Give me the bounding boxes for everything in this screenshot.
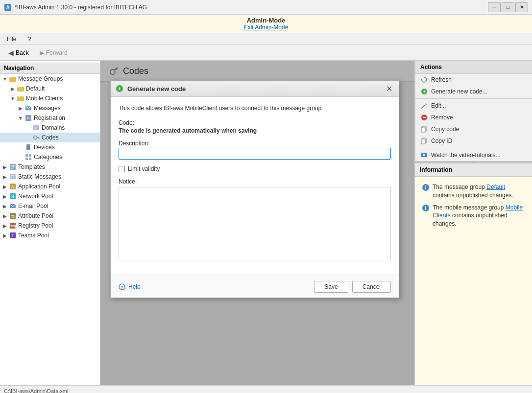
svg-rect-20: [29, 154, 31, 157]
tree-item-teams-pool[interactable]: ▶ T Teams Pool: [0, 231, 100, 240]
tree-item-domains[interactable]: ▶ D Domains: [0, 123, 100, 133]
svg-marker-49: [421, 78, 422, 81]
tree-label-domains: Domains: [42, 124, 65, 131]
tree-item-codes[interactable]: ▶ Codes: [0, 133, 100, 142]
menu-help[interactable]: ?: [25, 35, 34, 44]
static-messages-icon: [9, 173, 17, 181]
action-remove[interactable]: Remove: [415, 112, 532, 123]
description-input[interactable]: [119, 148, 391, 160]
action-generate-new-code[interactable]: + Generate new code...: [415, 86, 532, 97]
domain-icon: D: [32, 124, 40, 132]
help-link[interactable]: Help: [128, 283, 141, 290]
menu-file[interactable]: File: [4, 35, 19, 44]
svg-text:N: N: [11, 194, 14, 199]
info-section: Information i The message group Default …: [415, 163, 532, 385]
content-area: Codes + Generate new code: [100, 61, 414, 385]
svg-text:i: i: [425, 185, 427, 190]
cancel-button[interactable]: Cancel: [352, 281, 391, 293]
tree-item-static-messages[interactable]: ▶ Static Messages: [0, 172, 100, 182]
close-button[interactable]: ✕: [515, 2, 528, 12]
save-button[interactable]: Save: [314, 281, 348, 293]
svg-rect-19: [25, 154, 28, 157]
tree-item-mobile-clients[interactable]: ▼ Mobile Clients: [0, 93, 100, 103]
messages-icon: [24, 104, 32, 112]
forward-button[interactable]: ▶ Forward: [35, 47, 72, 58]
back-button[interactable]: ◀ Back: [4, 47, 33, 59]
action-edit[interactable]: Edit...: [415, 100, 532, 112]
actions-title: Actions: [415, 61, 532, 74]
svg-rect-58: [421, 127, 425, 132]
modal-body: This code allows IBI-aws MobileClient us…: [111, 97, 399, 276]
tree-item-message-groups[interactable]: ▼ Message Groups: [0, 74, 100, 84]
limit-validity-checkbox[interactable]: [119, 166, 125, 172]
code-field: Code: The code is generated automaticall…: [119, 119, 391, 134]
toggle-icon: ▶: [1, 213, 9, 219]
modal-description: This code allows IBI-aws MobileClient us…: [119, 105, 391, 112]
modal-close-button[interactable]: ✕: [384, 84, 394, 93]
generate-code-modal: + Generate new code ✕ This code allows I…: [110, 80, 399, 298]
tree-item-categories[interactable]: ▶ Categories: [0, 152, 100, 162]
tree-label-static-messages: Static Messages: [18, 173, 61, 180]
admin-banner: Admin-Mode Exit Admin-Mode: [0, 15, 532, 33]
tree-item-application-pool[interactable]: ▶ A Application Pool: [0, 182, 100, 191]
toggle-icon: ▶: [1, 164, 9, 170]
tree-label-registration: Registration: [34, 115, 65, 121]
menu-bar: File ?: [0, 33, 532, 45]
svg-rect-27: [10, 174, 16, 179]
info-link-default[interactable]: Default: [486, 184, 505, 190]
toggle-icon: ▶: [1, 233, 9, 238]
svg-rect-7: [17, 96, 20, 98]
svg-rect-5: [17, 87, 20, 88]
tree-item-registration[interactable]: ▼ R Registration: [0, 113, 100, 123]
modal-footer: ? Help Save Cancel: [111, 276, 399, 298]
device-icon: [24, 143, 32, 151]
tree-item-attribute-pool[interactable]: ▶ @ Attribute Pool: [0, 211, 100, 221]
modal-footer-left: ? Help: [119, 283, 141, 290]
tree-item-registry-pool[interactable]: ▶ Reg Registry Pool: [0, 221, 100, 231]
minimize-button[interactable]: ─: [488, 2, 501, 12]
tree-item-templates[interactable]: ▶ Templates: [0, 162, 100, 172]
modal-footer-right: Save Cancel: [314, 281, 391, 293]
forward-arrow-icon: ▶: [40, 49, 44, 56]
svg-marker-53: [425, 103, 427, 105]
information-panel: i The message group Default contains unp…: [415, 177, 532, 385]
limit-validity-label[interactable]: Limit validity: [128, 165, 160, 172]
info-item-1: i The message group Default contains unp…: [420, 181, 527, 202]
templates-icon: [9, 163, 17, 171]
action-copy-id-label: Copy ID: [431, 138, 452, 144]
action-copy-id[interactable]: Copy ID: [415, 135, 532, 147]
help-icon: ?: [119, 283, 125, 290]
tree-item-default[interactable]: ▶ Default: [0, 84, 100, 93]
action-generate-label: Generate new code...: [431, 88, 487, 95]
tree-item-devices[interactable]: ▶ Devices: [0, 142, 100, 152]
tree-label-codes: Codes: [42, 134, 59, 141]
tree-label-registry-pool: Registry Pool: [18, 222, 53, 229]
tree-label-network-pool: Network Pool: [18, 193, 53, 200]
back-label: Back: [16, 49, 29, 56]
svg-point-13: [34, 136, 37, 139]
tree-item-email-pool[interactable]: ▶ E-mail Pool: [0, 201, 100, 211]
action-edit-label: Edit...: [431, 102, 446, 109]
action-copy-code[interactable]: Copy code: [415, 123, 532, 135]
maximize-button[interactable]: □: [502, 2, 514, 12]
info-icon-1: i: [422, 184, 430, 191]
tree-item-messages[interactable]: ▶ Messages: [0, 103, 100, 113]
attribute-pool-icon: @: [9, 212, 17, 220]
notice-label: Notice:: [119, 178, 391, 185]
notice-textarea[interactable]: [119, 187, 391, 260]
status-path: C:\IBI-aws\Admin\Data.xml: [4, 388, 68, 393]
svg-text:@: @: [11, 214, 15, 218]
tree-label-mobile-clients: Mobile Clients: [26, 95, 63, 102]
tree-label-attribute-pool: Attribute Pool: [18, 212, 53, 219]
tree-label-email-pool: E-mail Pool: [18, 203, 48, 209]
svg-rect-21: [25, 158, 28, 160]
tree-item-network-pool[interactable]: ▶ N Network Pool: [0, 191, 100, 201]
description-field: Description:: [119, 140, 391, 160]
svg-rect-22: [29, 158, 31, 160]
forward-label: Forward: [46, 49, 68, 56]
svg-text:?: ?: [121, 285, 123, 290]
action-refresh[interactable]: Refresh: [415, 74, 532, 86]
exit-admin-mode-link[interactable]: Exit Admin-Mode: [0, 24, 532, 31]
action-remove-label: Remove: [431, 114, 453, 121]
tree-label-application-pool: Application Pool: [18, 183, 60, 190]
